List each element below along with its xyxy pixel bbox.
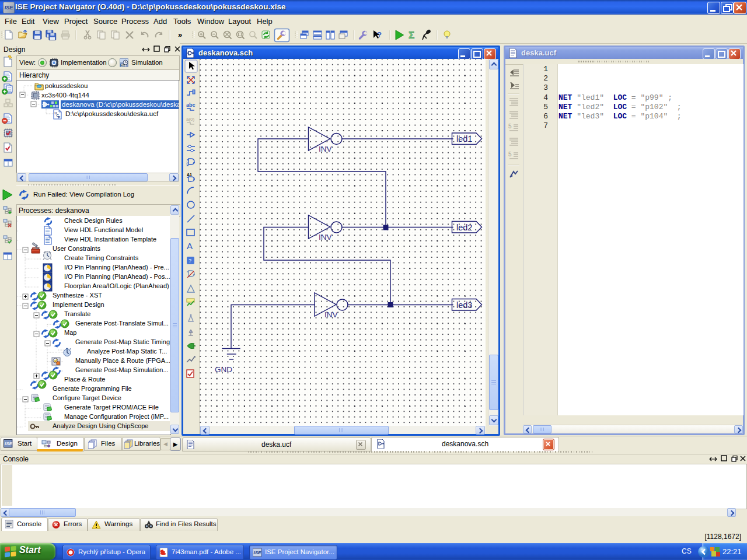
svg-text:INV: INV (319, 145, 332, 153)
svg-text:?: ? (377, 30, 382, 39)
svg-text:5: 5 (508, 123, 512, 130)
svg-text:led1: led1 (456, 134, 472, 144)
svg-text:ISE: ISE (5, 441, 13, 446)
svg-text:?: ? (189, 258, 191, 264)
svg-text:F: F (58, 116, 61, 119)
svg-text:ISim: ISim (121, 64, 127, 67)
svg-text:abc: abc (186, 102, 196, 108)
svg-text:INV: INV (324, 310, 338, 319)
svg-text:GND: GND (215, 365, 232, 374)
svg-text:INV: INV (319, 233, 332, 242)
svg-text:a(0): a(0) (186, 117, 195, 122)
svg-text:Σ: Σ (409, 30, 414, 41)
svg-text:A: A (187, 241, 193, 251)
svg-text:led2: led2 (456, 223, 472, 232)
svg-text:led3: led3 (456, 300, 472, 310)
svg-text:5: 5 (508, 151, 512, 158)
svg-text:»: » (178, 30, 182, 39)
svg-text:ISE: ISE (254, 550, 262, 555)
svg-text:A1: A1 (187, 173, 192, 177)
